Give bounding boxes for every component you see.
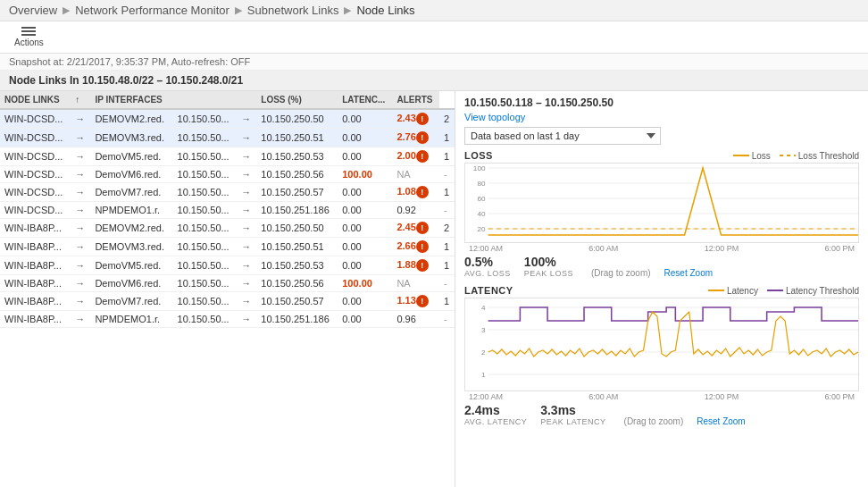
loss-chart-container[interactable]: 100 80 60 40 20 [464,163,859,243]
arrow-1: → [71,275,90,292]
src-ip: 10.150.50... [173,311,238,328]
view-topology-link[interactable]: View topology [464,112,859,122]
latency-alert-icon: ! [416,240,429,253]
node-src: WIN-DCSD... [0,129,71,147]
peak-latency-stat: 3.3ms PEAK LATENCY [540,403,605,426]
loss-x-labels: 12:00 AM 6:00 AM 12:00 PM 6:00 PM [464,244,859,253]
avg-latency-stat: 2.4ms AVG. LATENCY [464,403,527,426]
arrow-2: → [237,219,256,238]
avg-loss-value: 0.5% [464,255,511,269]
latency-alert-icon: ! [416,222,429,234]
breadcrumb-sep-2: ▶ [235,4,242,16]
avg-latency-label: AVG. LATENCY [464,417,527,426]
src-interface: DEMOVM2.red. [90,219,172,238]
latency-value: 1.88! [392,256,439,275]
loss-value: 100.00 [338,166,392,183]
latency-value: 0.92 [392,202,439,219]
latency-reset-zoom[interactable]: Reset Zoom [697,416,745,426]
latency-stats: 2.4ms AVG. LATENCY 3.3ms PEAK LATENCY (D… [464,403,859,426]
col-loss[interactable]: LOSS (%) [256,91,338,109]
latency-alert-icon: ! [416,186,429,198]
actions-label: Actions [14,38,44,47]
table-row[interactable]: WIN-DCSD...→DemoVM5.red.10.150.50...→10.… [0,147,455,166]
breadcrumb-subnetwork[interactable]: Subnetwork Links [247,4,339,17]
col-latency[interactable]: LATENC... [338,91,392,109]
table-row[interactable]: WIN-IBA8P...→DemoVM6.red.10.150.50...→10… [0,275,455,292]
breadcrumb-npm[interactable]: Network Performance Monitor [75,4,230,17]
peak-loss-stat: 100% PEAK LOSS [524,255,573,278]
col-sort-arrow[interactable]: ↑ [71,91,90,109]
loss-chart-label: LOSS [464,150,493,161]
svg-text:100: 100 [473,164,486,172]
table-row[interactable]: WIN-IBA8P...→DEMOVM2.red.10.150.50...→10… [0,219,455,238]
latency-threshold-dot [767,290,783,291]
svg-text:80: 80 [477,180,486,188]
latency-alert-icon: ! [416,259,429,272]
snapshot-text: Snapshot at: 2/21/2017, 9:35:37 PM, Auto… [9,56,250,67]
arrow-1: → [71,311,90,328]
loss-stats: 0.5% AVG. LOSS 100% PEAK LOSS (Drag to z… [464,255,859,278]
svg-text:3: 3 [481,326,486,334]
right-panel: 10.150.50.118 – 10.150.250.50 View topol… [455,91,868,487]
breadcrumb-nodelinks: Node Links [356,4,414,17]
arrow-1: → [71,202,90,219]
latency-drag-zoom: (Drag to zoom) [624,416,684,426]
peak-loss-label: PEAK LOSS [524,269,573,278]
src-interface: DEMOVM2.red. [90,109,172,129]
arrow-2: → [237,129,256,147]
table-row[interactable]: WIN-DCSD...→DEMOVM3.red.10.150.50...→10.… [0,129,455,147]
dst-ip: 10.150.250.56 [256,166,338,183]
arrow-2: → [237,147,256,166]
arrow-2: → [237,166,256,183]
breadcrumb-overview[interactable]: Overview [9,4,57,17]
table-row[interactable]: WIN-IBA8P...→DEMOVM3.red.10.150.50...→10… [0,238,455,256]
node-src: WIN-DCSD... [0,183,71,202]
node-src: WIN-DCSD... [0,109,71,129]
latency-value: 2.66! [392,238,439,256]
src-interface: DemoVM6.red. [90,275,172,292]
loss-value: 0.00 [338,183,392,202]
left-panel: NODE LINKS ↑ IP INTERFACES LOSS (%) LATE… [0,91,455,487]
alert-count: 1 [439,256,455,275]
meta-bar: Snapshot at: 2/21/2017, 9:35:37 PM, Auto… [0,54,868,71]
latency-chart-svg: 4 3 2 1 [465,298,858,391]
table-row[interactable]: WIN-IBA8P...→NPMDEMO1.r.10.150.50...→10.… [0,311,455,328]
col-alerts[interactable]: ALERTS [392,91,439,109]
table-row[interactable]: WIN-DCSD...→DemoVM6.red.10.150.50...→10.… [0,166,455,183]
alert-count: 2 [439,109,455,129]
actions-button[interactable]: Actions [9,25,49,49]
time-range-dropdown[interactable]: Data based on last 1 dayData based on la… [464,127,661,145]
loss-reset-zoom[interactable]: Reset Zoom [664,268,713,278]
dst-ip: 10.150.251.186 [256,202,338,219]
svg-text:40: 40 [477,210,486,218]
arrow-2: → [237,202,256,219]
src-ip: 10.150.50... [173,275,238,292]
alert-count: - [439,275,455,292]
loss-drag-zoom: (Drag to zoom) [591,268,651,278]
loss-legend-threshold: Loss Threshold [780,151,859,161]
latency-value: 2.45! [392,219,439,238]
latency-x-labels: 12:00 AM 6:00 AM 12:00 PM 6:00 PM [464,392,859,401]
loss-legend-label: Loss [752,151,771,161]
table-row[interactable]: WIN-IBA8P...→DemoVM5.red.10.150.50...→10… [0,256,455,275]
loss-value: 0.00 [338,147,392,166]
loss-color-dot [733,155,749,156]
col-node-links[interactable]: NODE LINKS [0,91,71,109]
latency-chart-header: LATENCY Latency Latency Threshold [464,285,859,296]
table-row[interactable]: WIN-DCSD...→DemoVM7.red.10.150.50...→10.… [0,183,455,202]
loss-value: 0.00 [338,256,392,275]
latency-value: 1.08! [392,183,439,202]
table-row[interactable]: WIN-DCSD...→NPMDEMO1.r.10.150.50...→10.1… [0,202,455,219]
loss-value: 100.00 [338,275,392,292]
table-row[interactable]: WIN-DCSD...→DEMOVM2.red.10.150.50...→10.… [0,109,455,129]
avg-loss-stat: 0.5% AVG. LOSS [464,255,511,278]
src-ip: 10.150.50... [173,147,238,166]
svg-text:1: 1 [481,371,486,379]
table-row[interactable]: WIN-IBA8P...→DemoVM7.red.10.150.50...→10… [0,292,455,311]
src-ip: 10.150.50... [173,256,238,275]
src-interface: DEMOVM3.red. [90,238,172,256]
latency-value: NA [392,275,439,292]
latency-chart-container[interactable]: 4 3 2 1 [464,298,859,391]
alert-count: 2 [439,219,455,238]
arrow-2: → [237,292,256,311]
